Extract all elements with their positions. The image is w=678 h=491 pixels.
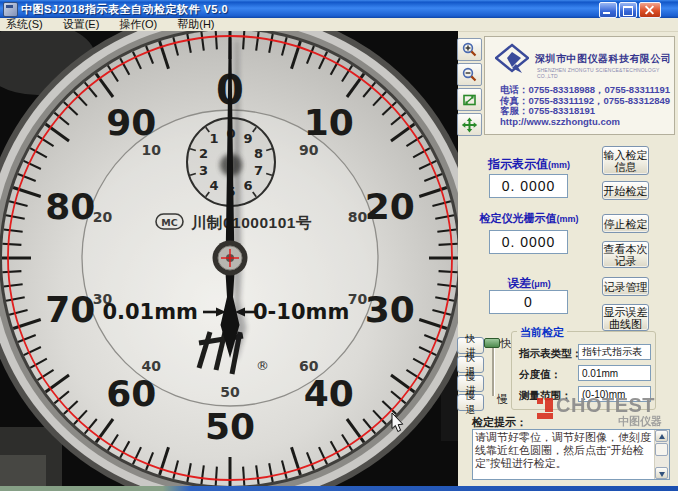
company-phone: 电话：0755-83318988，0755-83311191 xyxy=(500,85,670,96)
menu-item-system[interactable]: 系统(S) xyxy=(0,17,49,32)
view-records-button[interactable]: 查看本次记录 xyxy=(602,241,649,268)
record-manage-button[interactable]: 记录管理 xyxy=(602,277,649,296)
dial-tick xyxy=(216,467,217,486)
dial-small-number: 20 xyxy=(93,209,113,225)
dial-small-number: 90 xyxy=(299,142,319,158)
minimize-icon xyxy=(603,12,610,14)
scroll-down-button[interactable] xyxy=(655,467,668,479)
error-value-display[interactable]: 0 xyxy=(489,290,568,314)
graduation-label: 分度值： xyxy=(519,368,561,382)
menu-item-operation[interactable]: 操作(O) xyxy=(113,17,163,32)
slow-back-button[interactable]: 慢退 xyxy=(457,394,484,411)
indicator-value-display[interactable]: 0. 0000 xyxy=(489,174,568,198)
minimize-button[interactable] xyxy=(599,2,617,18)
svg-text:MC: MC xyxy=(161,217,177,228)
speed-slider-handle[interactable] xyxy=(484,338,500,348)
dial-number: 60 xyxy=(106,373,156,414)
company-name-en: SHENZHEN ZHONGTU SCIENCE&TECHNOLOGY CO.,… xyxy=(537,67,674,79)
subdial-number: 1 xyxy=(209,131,218,146)
scroll-up-button[interactable] xyxy=(655,430,668,442)
hint-text: 请调节好零位，调节好图像，使刻度线靠近红色圆圈，然后点击“开始检定”按钮进行检定… xyxy=(475,431,654,470)
app-window: 中图SJ2018指示表全自动检定软件 V5.0 系统(S) 设置(E) 操作(O… xyxy=(0,0,678,491)
zoom-in-icon xyxy=(461,42,478,58)
menu-item-help[interactable]: 帮助(H) xyxy=(171,17,220,32)
company-website[interactable]: http://www.szzhongtu.com xyxy=(500,117,670,128)
dial-number: 90 xyxy=(106,102,156,143)
dial-tick xyxy=(243,31,244,49)
company-contacts: 电话：0755-83318988，0755-83311191 传真：0755-8… xyxy=(500,85,670,127)
dial-small-number: 80 xyxy=(348,209,368,225)
menu-item-settings[interactable]: 设置(E) xyxy=(57,17,106,32)
fit-view-button[interactable] xyxy=(457,88,482,111)
scroll-down-icon xyxy=(659,472,665,477)
indicator-type-value[interactable]: 指针式指示表 xyxy=(578,344,651,360)
dial-number: 40 xyxy=(304,373,354,414)
chotest-logo-icon xyxy=(537,398,553,419)
zoom-out-icon xyxy=(461,67,478,83)
show-error-curve-button[interactable]: 显示误差曲线图 xyxy=(602,304,649,331)
dial-small-number: 60 xyxy=(299,358,319,374)
scroll-thumb[interactable] xyxy=(655,443,668,456)
speed-slider-track xyxy=(492,347,495,396)
pan-icon xyxy=(461,117,478,133)
dial-tick xyxy=(439,244,458,245)
subdial-number: 6 xyxy=(244,178,253,193)
subdial-number: 2 xyxy=(199,146,208,161)
registered-mark: ® xyxy=(256,358,269,373)
indicator-value-label: 指示表示值(mm) xyxy=(468,156,590,173)
indicator-type-label: 指示表类型： xyxy=(519,347,582,361)
window-bottom-border xyxy=(0,486,678,491)
dial-small-number: 50 xyxy=(220,384,240,400)
zoom-out-button[interactable] xyxy=(457,63,482,86)
speed-fast-label: 快 xyxy=(500,336,511,351)
subdial-number: 7 xyxy=(254,163,263,178)
graduation-text: 0.01mm xyxy=(102,300,198,324)
dial-serial-text: 川制01000101号 xyxy=(190,214,312,231)
range-text: 0-10mm xyxy=(253,300,349,324)
subdial-number: 4 xyxy=(209,178,218,193)
company-service: 客服：0755-83318191 xyxy=(500,106,670,117)
dial-small-number: 70 xyxy=(348,291,368,307)
speed-slow-label: 慢 xyxy=(497,392,508,407)
grating-value-label: 检定仪光栅示值(mm) xyxy=(468,211,590,226)
fit-view-icon xyxy=(461,92,478,108)
dial-number: 70 xyxy=(45,289,95,330)
current-check-title: 当前检定 xyxy=(517,325,567,340)
grating-value-display[interactable]: 0. 0000 xyxy=(489,230,568,254)
dial-number: 80 xyxy=(45,186,95,227)
stop-check-button[interactable]: 停止检定 xyxy=(602,214,649,233)
title-bar: 中图SJ2018指示表全自动检定软件 V5.0 xyxy=(0,0,678,18)
input-info-button[interactable]: 输入检定信息 xyxy=(602,146,649,175)
graduation-value[interactable]: 0.01mm xyxy=(578,365,651,381)
dial-tick xyxy=(243,467,244,486)
window-title: 中图SJ2018指示表全自动检定软件 V5.0 xyxy=(21,2,228,17)
subdial-number: 3 xyxy=(199,163,208,178)
camera-toolbar xyxy=(457,38,482,136)
hint-label: 检定提示： xyxy=(472,415,527,430)
dial-number: 30 xyxy=(365,289,415,330)
app-icon xyxy=(3,2,18,17)
pan-button[interactable] xyxy=(457,113,482,136)
dial-number: 10 xyxy=(304,102,354,143)
start-check-button[interactable]: 开始检定 xyxy=(602,181,649,200)
close-button[interactable] xyxy=(639,2,661,18)
hint-textarea[interactable]: 请调节好零位，调节好图像，使刻度线靠近红色圆圈，然后点击“开始检定”按钮进行检定… xyxy=(472,429,670,480)
dial-tick xyxy=(2,271,21,272)
subdial-number: 8 xyxy=(254,146,263,161)
chotest-chinese-text: 中图仪器 xyxy=(618,414,662,429)
zoom-in-button[interactable] xyxy=(457,38,482,61)
dial-small-number: 40 xyxy=(141,358,161,374)
dial-number: 50 xyxy=(205,406,255,447)
company-logo xyxy=(495,43,529,75)
maximize-button[interactable] xyxy=(619,2,637,18)
maximize-icon xyxy=(623,6,633,16)
menu-bar: 系统(S) 设置(E) 操作(O) 帮助(H) xyxy=(0,18,678,32)
scroll-up-icon xyxy=(659,434,665,439)
dial-tick xyxy=(439,271,458,272)
dial-small-number: 10 xyxy=(141,142,161,158)
dial-number: 20 xyxy=(365,186,415,227)
dial-tick xyxy=(2,244,21,245)
hint-scrollbar[interactable] xyxy=(654,430,669,479)
camera-view[interactable]: 0109020803070406050506040703080209010012… xyxy=(0,31,458,486)
subdial-number: 9 xyxy=(244,131,253,146)
